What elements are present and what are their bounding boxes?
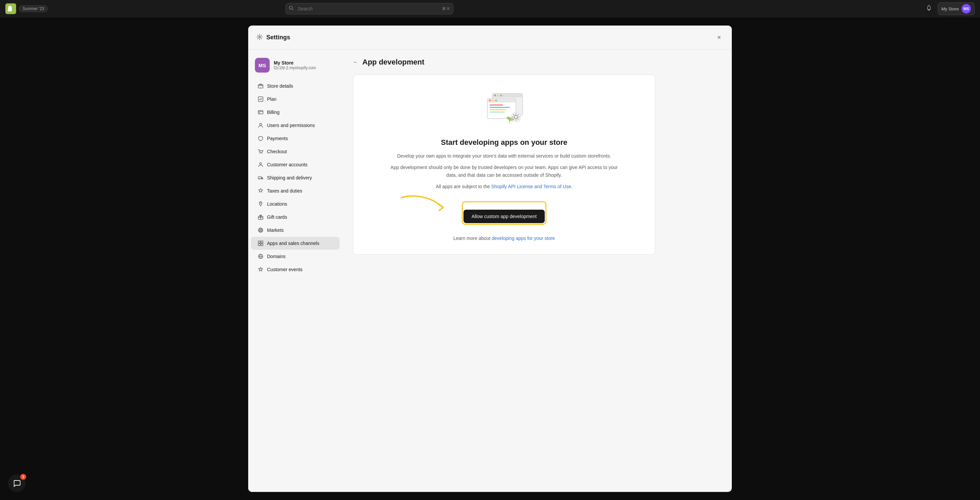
modal-title: Settings (266, 34, 290, 41)
sidebar-item-label: Locations (267, 201, 287, 207)
sidebar-item-apps-and-sales-channels[interactable]: Apps and sales channels (251, 237, 340, 250)
svg-point-25 (494, 95, 496, 96)
svg-point-27 (500, 95, 502, 96)
sidebar-item-billing[interactable]: Billing (251, 106, 340, 119)
card-desc-2: App development should only be done by t… (390, 164, 618, 179)
svg-rect-4 (258, 111, 263, 114)
customer-events-icon (258, 266, 264, 272)
sidebar-item-shipping-and-delivery[interactable]: Shipping and delivery (251, 171, 340, 184)
svg-rect-19 (258, 244, 260, 246)
topbar-right: My Store MS (924, 2, 975, 15)
sidebar-item-customer-accounts[interactable]: Customer accounts (251, 158, 340, 171)
arrow-annotation (395, 191, 462, 221)
markets-icon (258, 227, 264, 233)
sidebar-item-label: Apps and sales channels (267, 240, 320, 246)
card-desc-3-suffix: . (571, 184, 572, 189)
sidebar-item-taxes-and-duties[interactable]: Taxes and duties (251, 185, 340, 197)
svg-point-13 (260, 202, 261, 204)
svg-rect-10 (258, 177, 261, 179)
sidebar-item-customer-events[interactable]: Customer events (251, 263, 340, 276)
users-icon (258, 122, 264, 128)
app-development-card: Start developing apps on your store Deve… (353, 75, 655, 255)
store-selector[interactable]: My Store MS (938, 2, 975, 15)
sidebar-item-users-and-permissions[interactable]: Users and permissions (251, 119, 340, 132)
sidebar-item-label: Store details (267, 83, 293, 89)
sidebar-item-checkout[interactable]: Checkout (251, 145, 340, 158)
search-shortcut: ⌘ K (442, 6, 450, 11)
chat-widget[interactable]: 3 (8, 475, 25, 492)
sidebar-item-gift-cards[interactable]: Gift cards (251, 211, 340, 223)
sidebar-item-plan[interactable]: Plan (251, 93, 340, 105)
svg-point-36 (492, 100, 494, 102)
sidebar-item-domains[interactable]: Domains (251, 250, 340, 263)
svg-point-6 (259, 123, 262, 125)
svg-rect-41 (490, 111, 505, 113)
chat-badge-count: 3 (20, 474, 26, 480)
sidebar-item-payments[interactable]: Payments (251, 132, 340, 145)
modal-title-row: Settings (256, 33, 290, 42)
svg-rect-38 (490, 105, 503, 105)
avatar: MS (961, 4, 971, 13)
chat-icon (13, 479, 21, 487)
shopify-api-terms-link[interactable]: Shopify API License and Terms of Use (492, 184, 571, 189)
allow-custom-app-development-button[interactable]: Allow custom app development (463, 210, 545, 223)
notifications-button[interactable] (924, 3, 934, 14)
learn-more-text: Learn more about developing apps for you… (367, 236, 641, 241)
page-header: ← App development (353, 58, 721, 67)
card-desc-1: Develop your own apps to integrate your … (390, 152, 618, 159)
page-title: App development (363, 58, 425, 67)
domains-icon (258, 253, 264, 260)
shipping-icon (258, 175, 264, 181)
customer-accounts-icon (258, 162, 264, 168)
learn-more-link[interactable]: developing apps for your store (492, 236, 555, 241)
sidebar-item-label: Payments (267, 136, 288, 141)
modal-overlay: Settings × MS My Store f2c1fd-2.myshopif… (0, 18, 980, 500)
taxes-icon (258, 188, 264, 194)
sidebar-item-label: Plan (267, 96, 277, 102)
svg-point-11 (259, 179, 259, 180)
sidebar-item-label: Customer accounts (267, 162, 308, 167)
sidebar-item-label: Gift cards (267, 214, 287, 220)
settings-icon (256, 33, 263, 42)
sidebar-item-markets[interactable]: Markets (251, 224, 340, 237)
back-button[interactable]: ← (353, 59, 358, 65)
svg-rect-5 (259, 113, 260, 113)
svg-point-45 (506, 116, 511, 119)
store-avatar: MS (255, 58, 270, 73)
modal-header: Settings × (248, 25, 732, 50)
settings-modal: Settings × MS My Store f2c1fd-2.myshopif… (248, 25, 732, 492)
search-area: ⌘ K (285, 3, 453, 14)
svg-rect-17 (258, 241, 260, 243)
learn-more-prefix: Learn more about (453, 236, 492, 241)
sidebar-item-locations[interactable]: Locations (251, 197, 340, 210)
card-desc-3: All apps are subject to the Shopify API … (390, 183, 618, 190)
svg-point-7 (259, 153, 260, 154)
main-content: ← App development (342, 50, 732, 492)
modal-close-button[interactable]: × (714, 32, 724, 43)
card-heading: Start developing apps on your store (367, 138, 641, 147)
shopify-logo-icon (5, 3, 16, 14)
svg-point-26 (497, 95, 499, 96)
sidebar-item-label: Customer events (267, 267, 302, 272)
apps-icon (258, 240, 264, 246)
search-input[interactable] (285, 3, 453, 14)
store-url: f2c1fd-2.myshopify.com (274, 65, 316, 70)
svg-rect-2 (258, 85, 263, 88)
card-desc-3-prefix: All apps are subject to the (436, 184, 492, 189)
logo-area: Summer '23 (5, 3, 48, 14)
svg-rect-34 (487, 99, 516, 102)
store-name-label: My Store (941, 6, 959, 11)
search-icon (289, 6, 294, 12)
sidebar-item-label: Markets (267, 228, 284, 233)
svg-rect-18 (261, 241, 263, 243)
sidebar-item-label: Domains (267, 254, 285, 259)
svg-point-12 (262, 179, 262, 180)
svg-point-37 (495, 100, 497, 102)
sidebar-item-label: Checkout (267, 149, 287, 154)
button-highlight: Allow custom app development (462, 201, 546, 225)
svg-rect-40 (490, 109, 506, 110)
sidebar-item-label: Shipping and delivery (267, 175, 312, 180)
store-profile: MS My Store f2c1fd-2.myshopify.com (248, 55, 342, 79)
settings-sidebar: MS My Store f2c1fd-2.myshopify.com Store… (248, 50, 342, 492)
sidebar-item-store-details[interactable]: Store details (251, 80, 340, 92)
